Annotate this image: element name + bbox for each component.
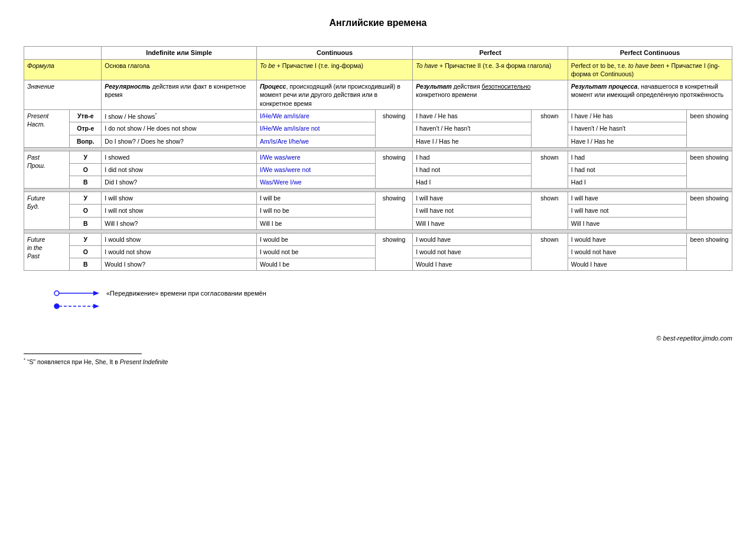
future-group-label: FutureБуд. xyxy=(24,192,70,230)
meaning-perfect: Результат действия безотносительно конкр… xyxy=(413,80,568,110)
footnote: * “S” появляется при He, She, It в Prese… xyxy=(24,357,732,365)
present-neg-perf: I haven't / He hasn't xyxy=(413,122,532,135)
svg-point-3 xyxy=(54,304,59,309)
header-simple: Indefinite или Simple xyxy=(102,47,257,60)
present-q-perf: Have I / Has he xyxy=(413,135,532,147)
futurepast-neg-label: О xyxy=(70,245,102,258)
past-group-label: PastПрош. xyxy=(24,151,70,189)
meaning-simple: Регулярность действия или факт в конкрет… xyxy=(102,80,257,110)
footnote-tense: Present Indefinite xyxy=(120,358,168,365)
present-aff-cont: I/He/We am/is/are xyxy=(256,109,375,122)
past-neg-simple: I did not show xyxy=(102,163,257,176)
header-perfect-cont: Perfect Continuous xyxy=(568,47,732,60)
footnote-divider xyxy=(24,354,142,354)
present-neg-cont: I/He/We am/is/are not xyxy=(256,122,375,135)
past-aff-perf: I had xyxy=(413,151,532,163)
future-aff-pc: I will have xyxy=(568,192,686,205)
future-aff-label: У xyxy=(70,192,102,205)
dashed-arrow-row xyxy=(53,301,100,311)
legend: «Передвижение» времени при согласовании … xyxy=(53,288,732,311)
present-neg-pc: I haven't / He hasn't xyxy=(568,122,686,135)
copyright: © best-repetitor.jimdo.com xyxy=(24,335,732,342)
futurepast-q-pc: Would I have xyxy=(568,258,686,271)
futurepast-q-simple: Would I show? xyxy=(102,258,257,271)
header-continuous: Continuous xyxy=(256,47,412,60)
footnote-s-text: “S” появляется при He, She, It в xyxy=(27,358,120,365)
present-q-simple: Do I show? / Does he show? xyxy=(102,135,257,147)
past-q-perf: Had I xyxy=(413,176,532,189)
futurepast-showing: showing xyxy=(375,233,412,271)
past-q-cont: Was/Were I/we xyxy=(256,176,375,189)
present-q-label: Вопр. xyxy=(70,135,102,147)
futurepast-q-cont: Would I be xyxy=(256,258,375,271)
future-neg-perf: I will have not xyxy=(413,205,532,217)
past-aff-label: У xyxy=(70,151,102,163)
futurepast-neg-perf: I would not have xyxy=(413,245,532,258)
futurepast-q-label: В xyxy=(70,258,102,271)
present-q-cont: Am/Is/Are I/he/we xyxy=(256,135,375,147)
past-shown: shown xyxy=(532,151,568,189)
past-neg-label: О xyxy=(70,163,102,176)
future-aff-cont: I will be xyxy=(256,192,375,205)
futurepast-been-showing: been showing xyxy=(686,233,732,271)
meaning-perfect-cont: Результат процесса, начавшегося в конкре… xyxy=(568,80,732,110)
present-neg-label: Отр-е xyxy=(70,122,102,135)
svg-point-0 xyxy=(54,291,59,296)
present-q-pc: Have I / Has he xyxy=(568,135,686,147)
present-group-label: PresentНаст. xyxy=(24,109,70,147)
past-been-showing: been showing xyxy=(686,151,732,189)
future-aff-perf: I will have xyxy=(413,192,532,205)
future-neg-label: О xyxy=(70,205,102,217)
past-aff-simple: I showed xyxy=(102,151,257,163)
past-neg-perf: I had not xyxy=(413,163,532,176)
present-aff-pc: I have / He has xyxy=(568,109,686,122)
svg-marker-2 xyxy=(93,291,99,296)
future-q-label: В xyxy=(70,217,102,229)
formula-perfect: To have + Причастие II (т.е. 3-я форма г… xyxy=(413,59,568,80)
svg-marker-5 xyxy=(93,304,99,309)
future-been-showing: been showing xyxy=(686,192,732,230)
legend-text: «Передвижение» времени при согласовании … xyxy=(106,290,266,297)
present-aff-label: Утв-е xyxy=(70,109,102,122)
futurepast-neg-pc: I would not have xyxy=(568,245,686,258)
future-past-group-label: Futurein thePast xyxy=(24,233,70,271)
future-q-perf: Will I have xyxy=(413,217,532,229)
present-been-showing: been showing xyxy=(686,109,732,147)
present-showing: showing xyxy=(375,109,412,147)
futurepast-neg-simple: I would not show xyxy=(102,245,257,258)
future-q-simple: Will I show? xyxy=(102,217,257,229)
header-perfect: Perfect xyxy=(413,47,568,60)
future-neg-simple: I will not show xyxy=(102,205,257,217)
future-neg-pc: I will have not xyxy=(568,205,686,217)
future-shown: shown xyxy=(532,192,568,230)
formula-label: Формула xyxy=(24,59,102,80)
footnote-marker: * xyxy=(24,357,25,362)
future-aff-simple: I will show xyxy=(102,192,257,205)
future-q-pc: Will I have xyxy=(568,217,686,229)
future-neg-cont: I will no be xyxy=(256,205,375,217)
futurepast-shown: shown xyxy=(532,233,568,271)
past-aff-pc: I had xyxy=(568,151,686,163)
formula-simple: Основа глагола xyxy=(102,59,257,80)
futurepast-neg-cont: I would not be xyxy=(256,245,375,258)
past-aff-cont: I/We was/were xyxy=(256,151,375,163)
formula-perfect-cont: Perfect от to be, т.е. to have been + Пр… xyxy=(568,59,732,80)
past-q-simple: Did I show? xyxy=(102,176,257,189)
meaning-label: Значение xyxy=(24,80,102,110)
futurepast-aff-pc: I would have xyxy=(568,233,686,245)
past-q-pc: Had I xyxy=(568,176,686,189)
past-neg-pc: I had not xyxy=(568,163,686,176)
past-showing: showing xyxy=(375,151,412,189)
past-neg-cont: I/We was/were not xyxy=(256,163,375,176)
present-aff-simple: I show / He shows* xyxy=(102,109,257,122)
future-q-cont: Will I be xyxy=(256,217,375,229)
present-shown: shown xyxy=(532,109,568,147)
future-showing: showing xyxy=(375,192,412,230)
past-q-label: В xyxy=(70,176,102,189)
futurepast-aff-simple: I would show xyxy=(102,233,257,245)
futurepast-aff-perf: I would have xyxy=(413,233,532,245)
meaning-continuous: Процесс, происходящий (или происходивший… xyxy=(256,80,412,110)
solid-arrow-row: «Передвижение» времени при согласовании … xyxy=(53,288,266,298)
futurepast-q-perf: Would I have xyxy=(413,258,532,271)
futurepast-aff-cont: I would be xyxy=(256,233,375,245)
